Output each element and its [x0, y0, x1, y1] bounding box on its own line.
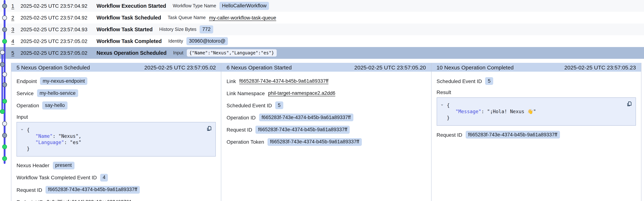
json-line: }	[27, 145, 201, 152]
field-value-badge: 5	[275, 101, 283, 109]
timeline-dot-green	[2, 99, 7, 103]
field-operation: Operationsay-hello	[16, 102, 216, 109]
panel-body: Linkf665283f-743e-4374-b45b-9a61a89337ff…	[222, 72, 431, 150]
json-line: {	[27, 127, 201, 133]
json-key: "Message"	[456, 109, 481, 114]
event-row-4[interactable]: 42025-02-25 UTC 23:57:05.02Workflow Task…	[0, 35, 644, 47]
field-value-badge: f665283f-743e-4374-b45b-9a61a89337ff	[466, 131, 560, 138]
copy-button[interactable]	[206, 125, 212, 131]
field-value-badge: f665283f-743e-4374-b45b-9a61a89337ff	[46, 186, 140, 194]
detail-panels: 5 Nexus Operation Scheduled2025-02-25 UT…	[11, 63, 642, 201]
field-label: Endpoint	[16, 78, 37, 84]
timeline-dot-green	[2, 144, 7, 149]
json-line: "Message": "¡Hola! Nexus 👋"	[447, 108, 621, 115]
field-request-id: Request IDf665283f-743e-4374-b45b-9a61a8…	[436, 131, 636, 138]
field-value-badge: my-hello-service	[37, 89, 78, 97]
event-attr-value-badge: 772	[200, 26, 213, 33]
field-service: Servicemy-hello-service	[16, 89, 216, 97]
json-text	[27, 133, 36, 139]
detail-panel-6-nexus-operation-started: 6 Nexus Operation Started2025-02-25 UTC …	[222, 63, 432, 201]
field-value-badge: f665283f-743e-4374-b45b-9a61a89337ff	[259, 114, 353, 121]
field-label: Scheduled Event ID	[226, 102, 272, 108]
event-timestamp: 2025-02-25 UTC 23:57:04.93	[20, 27, 96, 32]
event-attr-value-badge: HelloCallerWorkflow	[220, 2, 269, 10]
panel-timestamp: 2025-02-25 UTC 23:57:05.20	[354, 64, 426, 70]
event-number[interactable]: 1	[12, 3, 20, 9]
panel-header: 5 Nexus Operation Scheduled2025-02-25 UT…	[12, 63, 221, 72]
field-label: Link Namespace	[226, 90, 265, 96]
timeline-dot-gray	[2, 82, 7, 87]
timeline-dot-white	[2, 72, 7, 77]
field-label: Input	[16, 114, 216, 120]
field-scheduled-event-id: Scheduled Event ID5	[436, 77, 636, 85]
event-number[interactable]: 2	[12, 15, 20, 21]
field-nexus-header: Nexus Headerpresent	[16, 161, 216, 169]
json-viewer: ⌄{ "Message": "¡Hola! Nexus 👋"}	[436, 97, 636, 126]
json-text: {	[27, 127, 30, 132]
event-attr-label: Identity	[168, 39, 183, 44]
event-rows: 12025-02-25 UTC 23:57:04.92Workflow Exec…	[0, 0, 644, 59]
field-value-badge: f665283f-743e-4374-b45b-9a61a89337ff	[268, 138, 362, 146]
event-name: Workflow Task Scheduled	[96, 15, 161, 21]
copy-button[interactable]	[626, 101, 632, 107]
field-request-id: Request IDf665283f-743e-4374-b45b-9a61a8…	[16, 186, 216, 194]
event-row-2[interactable]: 22025-02-25 UTC 23:57:04.92Workflow Task…	[0, 12, 644, 24]
field-label: Operation	[16, 103, 39, 108]
field-value-badge: 5	[485, 77, 493, 85]
json-viewer: ⌄{ "Name": "Nexus", "Language": "es"}	[16, 122, 216, 156]
panel-title: 10 Nexus Operation Completed	[436, 64, 514, 70]
event-attr-value-badge: 30960@totoro@	[186, 37, 228, 45]
timeline-dot-green	[2, 156, 7, 161]
event-attr-label: History Size Bytes	[159, 27, 196, 32]
field-endpoint: Endpointmy-nexus-endpoint	[16, 77, 216, 85]
json-text: : "es"	[64, 139, 82, 145]
field-link-namespace: Link Namespacephil-target-namespace2.a2d…	[226, 89, 426, 97]
panel-timestamp: 2025-02-25 UTC 23:57:05.02	[144, 64, 216, 70]
event-number[interactable]: 3	[12, 27, 20, 32]
timeline-dot-gray	[0, 62, 4, 67]
json-text	[447, 109, 456, 114]
workflow-history-view: 12025-02-25 UTC 23:57:04.92Workflow Exec…	[0, 0, 644, 201]
field-value-link[interactable]: phil-target-namespace2.a2dd6	[268, 90, 335, 96]
panel-header: 6 Nexus Operation Started2025-02-25 UTC …	[222, 63, 431, 72]
timeline-dot-white	[2, 121, 7, 126]
collapse-chevron-icon[interactable]: ⌄	[20, 126, 24, 131]
panel-title: 6 Nexus Operation Started	[226, 64, 292, 70]
timeline-dot-gray	[2, 133, 7, 138]
event-timestamp: 2025-02-25 UTC 23:57:05.02	[20, 50, 96, 56]
field-input: Input⌄{ "Name": "Nexus", "Language": "es…	[16, 114, 216, 156]
event-name: Nexus Operation Scheduled	[96, 50, 166, 56]
field-request-id: Request IDf665283f-743e-4374-b45b-9a61a8…	[226, 126, 426, 134]
event-number[interactable]: 4	[12, 38, 20, 44]
field-scheduled-event-id: Scheduled Event ID5	[226, 101, 426, 109]
field-operation-id: Operation IDf665283f-743e-4374-b45b-9a61…	[226, 114, 426, 121]
event-attr-value-link[interactable]: my-caller-workflow-task-queue	[209, 15, 276, 20]
field-value-badge: present	[53, 161, 74, 169]
field-value-badge: my-nexus-endpoint	[40, 77, 88, 85]
json-line: {	[447, 102, 621, 108]
json-text: : "Nexus",	[53, 133, 82, 139]
event-attr-value-badge: {"Name":"Nexus","Language":"es"}	[186, 49, 276, 57]
detail-panel-5-nexus-operation-scheduled: 5 Nexus Operation Scheduled2025-02-25 UT…	[12, 63, 222, 201]
event-row-3[interactable]: 32025-02-25 UTC 23:57:04.93Workflow Task…	[0, 24, 644, 35]
json-line: }	[447, 115, 621, 121]
detail-panel-10-nexus-operation-completed: 10 Nexus Operation Completed2025-02-25 U…	[431, 63, 641, 201]
json-line: "Name": "Nexus",	[27, 133, 201, 139]
field-result: Result⌄{ "Message": "¡Hola! Nexus 👋"}	[436, 89, 636, 126]
json-content: { "Message": "¡Hola! Nexus 👋"}	[447, 102, 621, 121]
event-timestamp: 2025-02-25 UTC 23:57:04.92	[20, 3, 96, 9]
timeline-dot-green	[0, 109, 4, 114]
event-row-1[interactable]: 12025-02-25 UTC 23:57:04.92Workflow Exec…	[0, 0, 644, 12]
field-label: Operation ID	[226, 115, 256, 121]
collapse-chevron-icon[interactable]: ⌄	[440, 102, 444, 106]
event-number[interactable]: 5	[12, 50, 20, 56]
field-value-link[interactable]: f665283f-743e-4374-b45b-9a61a89337ff	[239, 78, 328, 84]
field-value-link[interactable]: 3c0c75ccfa8144b092c13ce632463761	[46, 199, 132, 201]
field-label: Request ID	[226, 127, 252, 133]
panel-body: Endpointmy-nexus-endpointServicemy-hello…	[12, 72, 221, 201]
field-operation-token: Operation Tokenf665283f-743e-4374-b45b-9…	[226, 138, 426, 146]
event-row-5[interactable]: 52025-02-25 UTC 23:57:05.02Nexus Operati…	[0, 47, 644, 59]
panel-title: 5 Nexus Operation Scheduled	[16, 64, 90, 70]
json-text	[27, 139, 36, 145]
field-value-badge: say-hello	[42, 102, 67, 109]
